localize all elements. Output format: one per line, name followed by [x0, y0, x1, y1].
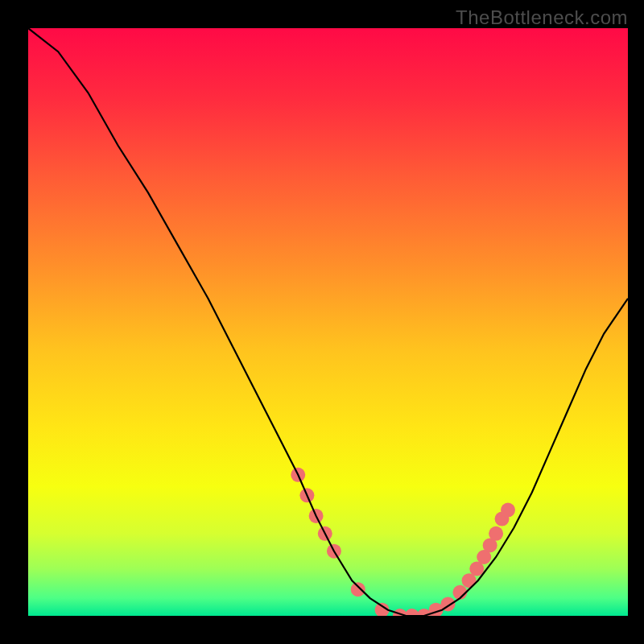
chart-svg [28, 28, 628, 616]
chart-frame: TheBottleneck.com [0, 0, 644, 644]
highlight-dot [501, 503, 515, 518]
plot-area [28, 28, 628, 616]
watermark-text: TheBottleneck.com [456, 6, 628, 29]
highlight-dot [489, 526, 503, 541]
highlight-dot [351, 582, 365, 597]
